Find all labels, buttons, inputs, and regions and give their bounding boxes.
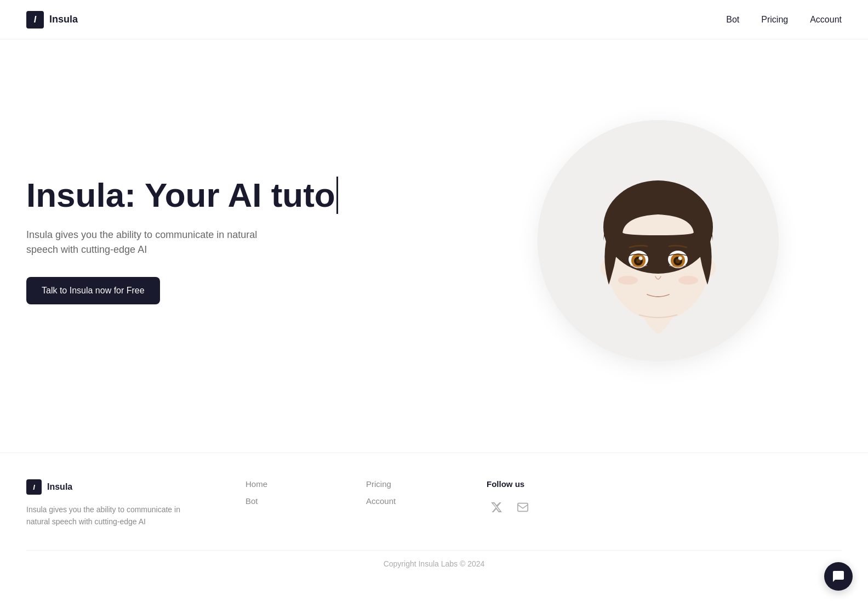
footer-social: Follow us: [487, 479, 842, 517]
footer: I Insula Insula gives you the ability to…: [0, 452, 868, 586]
footer-social-title: Follow us: [487, 479, 842, 489]
hero-title: Insula: Your AI tuto: [26, 177, 453, 214]
footer-brand: I Insula Insula gives you the ability to…: [26, 479, 202, 528]
footer-links-col2: Pricing Account: [366, 479, 443, 513]
avatar-container: [538, 120, 779, 361]
svg-rect-17: [518, 503, 528, 512]
footer-logo-name: Insula: [47, 482, 72, 492]
footer-logo-icon: I: [26, 479, 42, 495]
main-nav: Bot Pricing Account: [726, 15, 842, 25]
cta-button[interactable]: Talk to Insula now for Free: [26, 277, 160, 304]
chat-icon: [832, 570, 845, 583]
hero-left: Insula: Your AI tuto Insula gives you th…: [26, 177, 475, 304]
nav-pricing[interactable]: Pricing: [761, 15, 788, 25]
logo-name: Insula: [49, 14, 78, 25]
hero-subtitle: Insula gives you the ability to communic…: [26, 228, 289, 257]
footer-links-col1: Home Bot: [245, 479, 322, 513]
logo[interactable]: I Insula: [26, 11, 78, 29]
social-icons: [487, 497, 842, 517]
nav-bot[interactable]: Bot: [726, 15, 739, 25]
nav-account[interactable]: Account: [810, 15, 842, 25]
twitter-icon[interactable]: [487, 497, 506, 517]
footer-link-home[interactable]: Home: [245, 479, 322, 489]
cursor: [336, 177, 338, 214]
email-icon[interactable]: [513, 497, 533, 517]
svg-point-15: [618, 276, 638, 285]
chat-bubble-button[interactable]: [824, 562, 853, 591]
svg-point-13: [636, 259, 641, 263]
footer-link-account[interactable]: Account: [366, 496, 443, 506]
hero-section: Insula: Your AI tuto Insula gives you th…: [0, 39, 868, 452]
svg-point-16: [678, 276, 698, 285]
svg-point-14: [676, 259, 680, 263]
footer-brand-desc: Insula gives you the ability to communic…: [26, 503, 202, 528]
footer-link-bot[interactable]: Bot: [245, 496, 322, 506]
header: I Insula Bot Pricing Account: [0, 0, 868, 39]
footer-copyright: Copyright Insula Labs © 2024: [26, 550, 842, 568]
footer-logo[interactable]: I Insula: [26, 479, 202, 495]
logo-icon: I: [26, 11, 44, 29]
hero-right: [475, 120, 842, 361]
avatar-illustration: [538, 120, 779, 361]
footer-top: I Insula Insula gives you the ability to…: [26, 479, 842, 528]
footer-link-pricing[interactable]: Pricing: [366, 479, 443, 489]
hero-title-text: Insula: Your AI tuto: [26, 177, 335, 214]
